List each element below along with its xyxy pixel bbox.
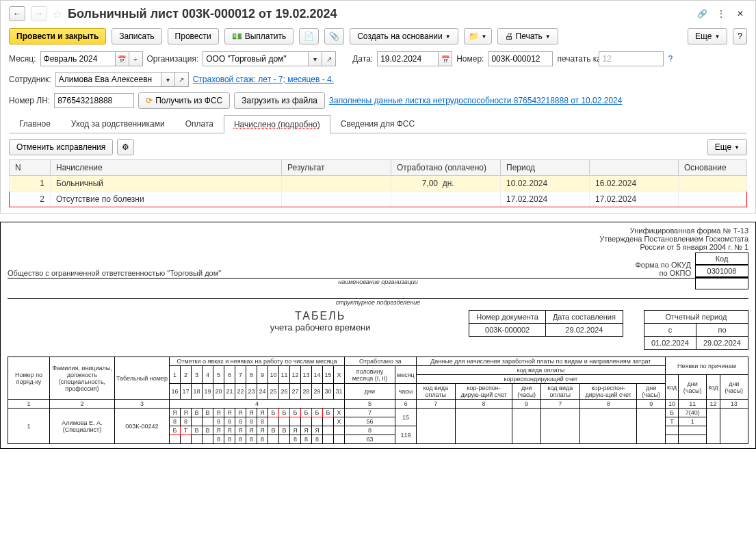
table-row[interactable]: 2 Отсутствие по болезни 17.02.2024 17.02… bbox=[10, 192, 747, 207]
tab-main[interactable]: Главное bbox=[9, 114, 61, 133]
report-subtitle: учета рабочего времени bbox=[192, 322, 448, 333]
okpo-value bbox=[695, 277, 748, 289]
employee-label: Сотрудник: bbox=[9, 75, 51, 84]
nav-back-button[interactable]: ← bbox=[9, 6, 25, 21]
month-calendar-button[interactable]: 📅 bbox=[116, 51, 129, 66]
page-title: Больничный лист 003К-000012 от 19.02.202… bbox=[68, 7, 337, 21]
number-input[interactable] bbox=[488, 51, 553, 66]
refresh-icon: ⟳ bbox=[146, 96, 153, 105]
print-icon: 🖨 bbox=[505, 31, 513, 41]
period-meta: Отчетный период спо 01.02.202429.02.2024 bbox=[644, 310, 748, 350]
pechat-button[interactable]: 🖨 Печать ▼ bbox=[497, 28, 558, 44]
timesheet-row: 1 Алимова Е. А. (Специалист) 003К-00242 … bbox=[8, 409, 748, 417]
org-name: Общество с ограниченной ответственностью… bbox=[8, 269, 748, 278]
tab-relatives[interactable]: Уход за родственниками bbox=[61, 114, 175, 133]
employee-open-button[interactable]: ↗ bbox=[175, 72, 189, 87]
stazh-link[interactable]: Страховой стаж: лет - 7; месяцев - 4. bbox=[193, 75, 334, 84]
month-input[interactable] bbox=[40, 51, 116, 66]
pay-icon: 💵 bbox=[232, 31, 242, 41]
code-label: Код bbox=[695, 252, 748, 265]
org-sublabel: наименование организации bbox=[8, 278, 748, 285]
form-line: Утверждена Постановлением Госкомстата bbox=[599, 235, 748, 243]
tabs: Главное Уход за родственниками Оплата На… bbox=[9, 114, 747, 133]
employee-dropdown-button[interactable]: ▾ bbox=[161, 72, 175, 87]
sozdat-button[interactable]: Создать на основании ▼ bbox=[350, 28, 458, 44]
tab-payment[interactable]: Оплата bbox=[175, 114, 224, 133]
dept-sublabel: структурное подразделение bbox=[8, 299, 748, 306]
load-file-button[interactable]: Загрузить из файла bbox=[234, 92, 325, 109]
grid-settings-button[interactable]: ⚙ bbox=[117, 139, 134, 155]
month-label: Месяц: bbox=[9, 54, 36, 64]
link-icon[interactable]: 🔗 bbox=[695, 7, 709, 21]
vyplatit-button[interactable]: 💵Выплатить bbox=[224, 28, 294, 44]
star-icon[interactable]: ☆ bbox=[53, 8, 62, 21]
doc-meta: Номер документаДата составления 003К-000… bbox=[469, 310, 623, 337]
doc-icon-button[interactable]: 📄 bbox=[299, 28, 319, 44]
printas-help-icon[interactable]: ? bbox=[668, 54, 673, 64]
org-input[interactable] bbox=[203, 51, 309, 66]
printas-input[interactable] bbox=[599, 51, 664, 66]
folder-icon-button[interactable]: 📁 ▼ bbox=[464, 28, 492, 44]
more-icon[interactable]: ⋮ bbox=[714, 7, 728, 21]
nav-fwd-button[interactable]: → bbox=[31, 6, 47, 21]
timesheet-table: Номер по поряд-ку Фамилия, инициалы, дол… bbox=[8, 357, 748, 444]
form-line: России от 5 января 2004 г. № 1 bbox=[599, 243, 748, 251]
date-input[interactable] bbox=[377, 51, 439, 66]
tab-fss[interactable]: Сведения для ФСС bbox=[330, 114, 425, 133]
form-line: Унифицированная форма № Т-13 bbox=[599, 226, 748, 235]
get-fss-button[interactable]: ⟳ Получить из ФСС bbox=[138, 92, 230, 109]
date-calendar-button[interactable]: 📅 bbox=[439, 51, 452, 66]
cancel-corr-button[interactable]: Отменить исправления bbox=[9, 139, 113, 155]
grid-eshe-button[interactable]: Еще ▼ bbox=[707, 139, 747, 155]
tab-accrued[interactable]: Начислено (подробно) bbox=[224, 115, 330, 133]
ln-label: Номер ЛН: bbox=[9, 96, 50, 105]
number-label: Номер: bbox=[456, 54, 484, 64]
org-open-button[interactable]: ↗ bbox=[322, 51, 336, 66]
okud-label: Форма по ОКУД bbox=[636, 261, 692, 269]
month-stepper[interactable]: ÷ bbox=[129, 51, 143, 66]
date-label: Дата: bbox=[352, 54, 373, 64]
close-icon[interactable]: ✕ bbox=[733, 7, 747, 21]
printas-label: печатать как: bbox=[557, 54, 595, 64]
report-title: ТАБЕЛЬ bbox=[192, 310, 448, 322]
attach-icon-button[interactable]: 📎 bbox=[324, 28, 344, 44]
accrual-grid[interactable]: N Начисление Результат Отработано (оплач… bbox=[9, 159, 747, 207]
eshe-button[interactable]: Еще ▼ bbox=[688, 28, 727, 44]
fill-link[interactable]: Заполнены данные листка нетрудоспособнос… bbox=[329, 96, 623, 105]
provesti-button[interactable]: Провести bbox=[168, 28, 219, 44]
employee-input[interactable] bbox=[55, 72, 161, 87]
provesti-zakryt-button[interactable]: Провести и закрыть bbox=[9, 28, 106, 44]
ln-input[interactable] bbox=[54, 93, 134, 108]
zapisat-button[interactable]: Записать bbox=[112, 28, 161, 44]
org-dropdown-button[interactable]: ▾ bbox=[309, 51, 322, 66]
org-label: Организация: bbox=[147, 54, 199, 64]
table-row[interactable]: 1 Больничный 7,00 дн. 10.02.2024 16.02.2… bbox=[10, 176, 747, 192]
help-button[interactable]: ? bbox=[733, 28, 747, 44]
